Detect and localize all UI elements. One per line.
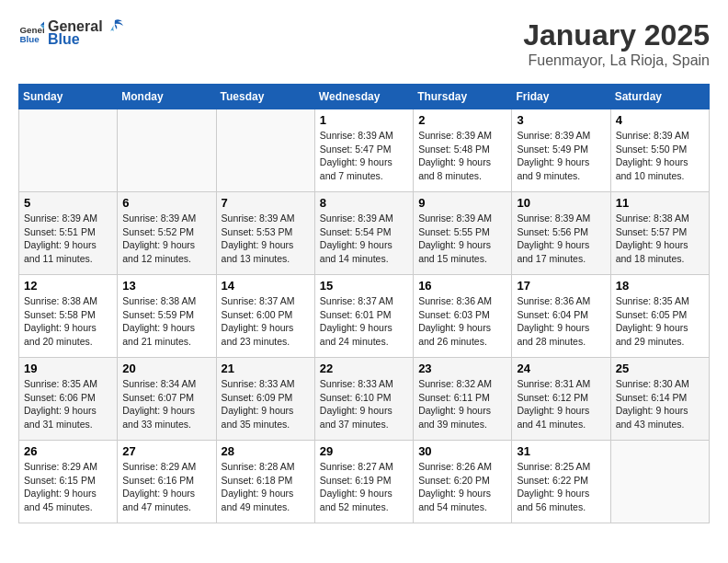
day-number: 23 — [418, 362, 506, 375]
day-number: 6 — [122, 196, 210, 210]
weekday-header-saturday: Saturday — [610, 85, 709, 109]
day-info: Sunrise: 8:25 AM Sunset: 6:22 PM Dayligh… — [517, 460, 605, 514]
page-subtitle: Fuenmayor, La Rioja, Spain — [523, 52, 710, 69]
day-number: 17 — [517, 279, 605, 293]
weekday-header-friday: Friday — [512, 85, 610, 109]
day-info: Sunrise: 8:27 AM Sunset: 6:19 PM Dayligh… — [320, 460, 408, 514]
day-info: Sunrise: 8:38 AM Sunset: 5:59 PM Dayligh… — [122, 294, 210, 349]
day-number: 4 — [616, 113, 704, 127]
logo-bird-icon — [105, 18, 125, 35]
day-info: Sunrise: 8:32 AM Sunset: 6:11 PM Dayligh… — [418, 377, 506, 431]
day-info: Sunrise: 8:39 AM Sunset: 5:47 PM Dayligh… — [320, 129, 408, 183]
day-number: 16 — [418, 279, 506, 293]
day-number: 5 — [24, 196, 112, 210]
calendar-cell: 16Sunrise: 8:36 AM Sunset: 6:03 PM Dayli… — [414, 275, 512, 358]
calendar-cell: 15Sunrise: 8:37 AM Sunset: 6:01 PM Dayli… — [314, 275, 413, 358]
day-info: Sunrise: 8:39 AM Sunset: 5:55 PM Dayligh… — [418, 212, 506, 266]
weekday-header-thursday: Thursday — [414, 85, 512, 109]
weekday-header-wednesday: Wednesday — [314, 85, 413, 109]
day-number: 27 — [122, 444, 210, 458]
day-info: Sunrise: 8:33 AM Sunset: 6:10 PM Dayligh… — [320, 377, 408, 431]
day-number: 18 — [616, 279, 704, 293]
day-info: Sunrise: 8:39 AM Sunset: 5:51 PM Dayligh… — [24, 212, 112, 266]
svg-text:Blue: Blue — [19, 34, 40, 44]
calendar-cell: 31Sunrise: 8:25 AM Sunset: 6:22 PM Dayli… — [512, 441, 610, 523]
calendar-cell: 21Sunrise: 8:33 AM Sunset: 6:09 PM Dayli… — [216, 358, 314, 441]
title-area: January 2025 Fuenmayor, La Rioja, Spain — [523, 18, 710, 69]
day-info: Sunrise: 8:39 AM Sunset: 5:53 PM Dayligh… — [222, 212, 310, 266]
day-number: 25 — [616, 362, 704, 375]
day-info: Sunrise: 8:26 AM Sunset: 6:20 PM Dayligh… — [418, 460, 506, 514]
day-number: 20 — [122, 362, 210, 375]
calendar-week-row: 5Sunrise: 8:39 AM Sunset: 5:51 PM Daylig… — [19, 192, 710, 275]
calendar-cell — [216, 109, 314, 192]
day-info: Sunrise: 8:39 AM Sunset: 5:54 PM Dayligh… — [320, 212, 408, 266]
calendar-cell: 19Sunrise: 8:35 AM Sunset: 6:06 PM Dayli… — [19, 358, 118, 441]
logo: General Blue General Blue — [18, 18, 125, 48]
calendar-week-row: 19Sunrise: 8:35 AM Sunset: 6:06 PM Dayli… — [19, 358, 710, 441]
day-number: 28 — [222, 444, 310, 458]
calendar-cell: 14Sunrise: 8:37 AM Sunset: 6:00 PM Dayli… — [216, 275, 314, 358]
day-number: 29 — [320, 444, 408, 458]
calendar-header: SundayMondayTuesdayWednesdayThursdayFrid… — [19, 85, 710, 109]
day-info: Sunrise: 8:39 AM Sunset: 5:56 PM Dayligh… — [517, 212, 605, 266]
day-number: 14 — [222, 279, 310, 293]
weekday-header-row: SundayMondayTuesdayWednesdayThursdayFrid… — [19, 85, 710, 109]
day-number: 2 — [418, 113, 506, 127]
day-number: 21 — [222, 362, 310, 375]
calendar-cell: 10Sunrise: 8:39 AM Sunset: 5:56 PM Dayli… — [512, 192, 610, 275]
day-number: 31 — [517, 444, 605, 458]
day-number: 8 — [320, 196, 408, 210]
calendar-cell: 27Sunrise: 8:29 AM Sunset: 6:16 PM Dayli… — [118, 441, 216, 523]
calendar-cell — [19, 109, 118, 192]
day-number: 24 — [517, 362, 605, 375]
calendar-week-row: 26Sunrise: 8:29 AM Sunset: 6:15 PM Dayli… — [19, 441, 710, 523]
calendar-cell: 17Sunrise: 8:36 AM Sunset: 6:04 PM Dayli… — [512, 275, 610, 358]
weekday-header-monday: Monday — [118, 85, 216, 109]
day-info: Sunrise: 8:29 AM Sunset: 6:15 PM Dayligh… — [24, 460, 112, 514]
calendar-body: 1Sunrise: 8:39 AM Sunset: 5:47 PM Daylig… — [19, 109, 710, 523]
day-info: Sunrise: 8:38 AM Sunset: 5:58 PM Dayligh… — [24, 294, 112, 349]
calendar-cell: 9Sunrise: 8:39 AM Sunset: 5:55 PM Daylig… — [414, 192, 512, 275]
day-number: 11 — [616, 196, 704, 210]
day-number: 10 — [517, 196, 605, 210]
calendar-cell — [610, 441, 709, 523]
day-info: Sunrise: 8:28 AM Sunset: 6:18 PM Dayligh… — [222, 460, 310, 514]
page-title: January 2025 — [523, 18, 710, 52]
day-info: Sunrise: 8:31 AM Sunset: 6:12 PM Dayligh… — [517, 377, 605, 431]
day-info: Sunrise: 8:35 AM Sunset: 6:06 PM Dayligh… — [24, 377, 112, 431]
weekday-header-sunday: Sunday — [19, 85, 118, 109]
calendar-cell: 11Sunrise: 8:38 AM Sunset: 5:57 PM Dayli… — [610, 192, 709, 275]
calendar-week-row: 1Sunrise: 8:39 AM Sunset: 5:47 PM Daylig… — [19, 109, 710, 192]
calendar-cell: 1Sunrise: 8:39 AM Sunset: 5:47 PM Daylig… — [314, 109, 413, 192]
calendar-cell: 24Sunrise: 8:31 AM Sunset: 6:12 PM Dayli… — [512, 358, 610, 441]
calendar-cell: 30Sunrise: 8:26 AM Sunset: 6:20 PM Dayli… — [414, 441, 512, 523]
calendar-cell: 25Sunrise: 8:30 AM Sunset: 6:14 PM Dayli… — [610, 358, 709, 441]
calendar-cell: 23Sunrise: 8:32 AM Sunset: 6:11 PM Dayli… — [414, 358, 512, 441]
svg-marker-2 — [40, 21, 44, 25]
day-info: Sunrise: 8:36 AM Sunset: 6:03 PM Dayligh… — [418, 294, 506, 349]
day-info: Sunrise: 8:37 AM Sunset: 6:01 PM Dayligh… — [320, 294, 408, 349]
day-info: Sunrise: 8:34 AM Sunset: 6:07 PM Dayligh… — [122, 377, 210, 431]
day-info: Sunrise: 8:38 AM Sunset: 5:57 PM Dayligh… — [616, 212, 704, 266]
day-info: Sunrise: 8:39 AM Sunset: 5:49 PM Dayligh… — [517, 129, 605, 183]
calendar-cell: 3Sunrise: 8:39 AM Sunset: 5:49 PM Daylig… — [512, 109, 610, 192]
calendar-table: SundayMondayTuesdayWednesdayThursdayFrid… — [18, 84, 710, 523]
calendar-cell: 5Sunrise: 8:39 AM Sunset: 5:51 PM Daylig… — [19, 192, 118, 275]
day-info: Sunrise: 8:35 AM Sunset: 6:05 PM Dayligh… — [616, 294, 704, 349]
calendar-cell: 12Sunrise: 8:38 AM Sunset: 5:58 PM Dayli… — [19, 275, 118, 358]
calendar-cell: 8Sunrise: 8:39 AM Sunset: 5:54 PM Daylig… — [314, 192, 413, 275]
calendar-cell — [118, 109, 216, 192]
day-number: 19 — [24, 362, 112, 375]
calendar-week-row: 12Sunrise: 8:38 AM Sunset: 5:58 PM Dayli… — [19, 275, 710, 358]
calendar-cell: 6Sunrise: 8:39 AM Sunset: 5:52 PM Daylig… — [118, 192, 216, 275]
day-info: Sunrise: 8:29 AM Sunset: 6:16 PM Dayligh… — [122, 460, 210, 514]
calendar-cell: 18Sunrise: 8:35 AM Sunset: 6:05 PM Dayli… — [610, 275, 709, 358]
day-number: 13 — [122, 279, 210, 293]
day-number: 1 — [320, 113, 408, 127]
day-info: Sunrise: 8:30 AM Sunset: 6:14 PM Dayligh… — [616, 377, 704, 431]
calendar-cell: 20Sunrise: 8:34 AM Sunset: 6:07 PM Dayli… — [118, 358, 216, 441]
day-number: 9 — [418, 196, 506, 210]
calendar-cell: 29Sunrise: 8:27 AM Sunset: 6:19 PM Dayli… — [314, 441, 413, 523]
calendar-cell: 26Sunrise: 8:29 AM Sunset: 6:15 PM Dayli… — [19, 441, 118, 523]
